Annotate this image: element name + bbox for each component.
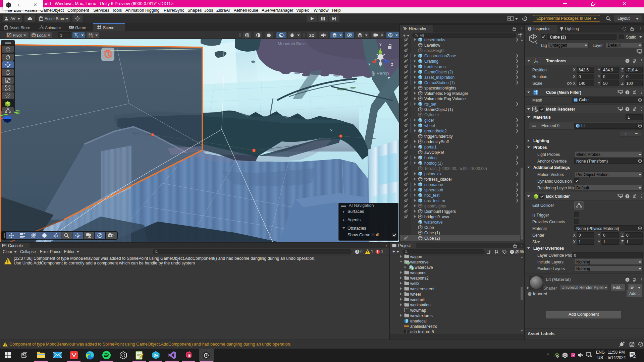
svg-text:?: ? bbox=[627, 91, 629, 94]
svg-text:Dv: Dv bbox=[154, 354, 158, 357]
svg-text:⋛ Persp: ⋛ Persp bbox=[371, 71, 389, 76]
svg-text:?: ? bbox=[627, 108, 629, 111]
svg-text:?: ? bbox=[627, 278, 629, 282]
svg-text:?: ? bbox=[627, 59, 629, 63]
svg-text:x: x bbox=[368, 61, 371, 66]
svg-text:2: 2 bbox=[634, 355, 635, 358]
svg-text:?: ? bbox=[627, 195, 629, 198]
svg-text:z: z bbox=[391, 62, 393, 67]
svg-text:Y: Y bbox=[76, 36, 78, 38]
svg-text:y: y bbox=[379, 41, 382, 46]
